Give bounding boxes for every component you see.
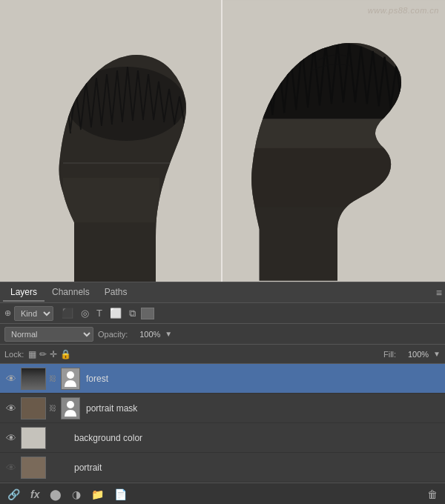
- watermark: www.ps88.com.cn: [368, 6, 439, 15]
- opacity-arrow[interactable]: ▼: [165, 330, 172, 338]
- blend-opacity-row: Normal Opacity: 100% ▼: [0, 324, 445, 345]
- opacity-label: Opacity:: [98, 330, 128, 339]
- adjustment-layer-icon[interactable]: ◑: [69, 487, 84, 502]
- filter-smart-icon[interactable]: ⧉: [127, 307, 138, 320]
- opacity-value[interactable]: 100%: [132, 330, 160, 339]
- lock-row: Lock: ▦ ✏ ✛ 🔒 Fill: 100% ▼: [0, 345, 445, 364]
- layer-thumb-portrait-mask: [21, 397, 46, 420]
- fill-arrow[interactable]: ▼: [433, 350, 441, 358]
- filter-icons: ⬛ ◎ T ⬜ ⧉: [59, 307, 138, 320]
- link-layers-icon[interactable]: 🔗: [4, 487, 23, 502]
- layer-row-portrait[interactable]: 👁 portrait: [0, 453, 445, 483]
- layer-name-portrait-mask: portrait mask: [83, 403, 441, 414]
- image-left: [0, 0, 221, 282]
- layer-row-forest[interactable]: 👁 ⛓ forest: [0, 364, 445, 394]
- layer-thumb-portrait: [21, 457, 46, 479]
- layers-panel: Layers Channels Paths ≡ ⊕ Kind ⬛ ◎ T ⬜ ⧉…: [0, 282, 445, 504]
- delete-layer-icon[interactable]: 🗑: [424, 487, 441, 502]
- lock-padlock-icon[interactable]: 🔒: [60, 349, 71, 359]
- panel-tabs-row: Layers Channels Paths ≡: [0, 282, 445, 303]
- layer-name-forest: forest: [83, 374, 441, 384]
- fx-icon[interactable]: fx: [27, 487, 42, 502]
- visibility-icon-forest[interactable]: 👁: [4, 373, 18, 385]
- filter-shape-icon[interactable]: ⬜: [108, 307, 124, 319]
- layer-thumb-forest: [21, 368, 46, 390]
- layer-name-portrait: portrait: [49, 462, 441, 473]
- tab-layers[interactable]: Layers: [3, 284, 44, 302]
- svg-point-10: [67, 371, 74, 379]
- filter-adjustment-icon[interactable]: ◎: [79, 307, 91, 319]
- layer-mask-portrait-mask: [61, 397, 80, 420]
- lock-icons: ▦ ✏ ✛ 🔒: [28, 349, 71, 359]
- new-group-icon[interactable]: 📁: [88, 487, 107, 502]
- chain-link-forest: ⛓: [49, 374, 56, 382]
- lock-checkerboard-icon[interactable]: ▦: [28, 349, 36, 359]
- tab-channels[interactable]: Channels: [44, 284, 97, 302]
- fill-label: Fill:: [383, 350, 396, 359]
- svg-point-11: [67, 401, 74, 408]
- filter-label: ⊕: [4, 308, 11, 318]
- layer-row-background[interactable]: 👁 background color: [0, 423, 445, 453]
- visibility-icon-background[interactable]: 👁: [4, 432, 18, 444]
- bottom-toolbar: 🔗 fx ⬤ ◑ 📁 📄 🗑: [0, 483, 445, 504]
- layer-thumb-background: [21, 427, 46, 449]
- lock-brush-icon[interactable]: ✏: [39, 349, 47, 359]
- svg-rect-3: [63, 178, 159, 222]
- layer-row-portrait-mask[interactable]: 👁 ⛓ portrait mask: [0, 394, 445, 423]
- tab-paths[interactable]: Paths: [97, 284, 135, 302]
- add-mask-icon[interactable]: ⬤: [47, 487, 65, 502]
- panel-menu-icon[interactable]: ≡: [436, 287, 442, 299]
- filter-toggle[interactable]: [141, 308, 154, 319]
- canvas-area: www.ps88.com.cn: [0, 0, 445, 282]
- filter-type-icon[interactable]: T: [94, 307, 105, 319]
- filter-pixel-icon[interactable]: ⬛: [59, 307, 76, 319]
- kind-select[interactable]: Kind: [14, 306, 53, 321]
- visibility-icon-portrait-mask[interactable]: 👁: [4, 402, 18, 414]
- visibility-icon-portrait[interactable]: 👁: [4, 462, 18, 474]
- image-right: [221, 0, 445, 282]
- new-layer-icon[interactable]: 📄: [111, 487, 130, 502]
- blend-mode-select[interactable]: Normal: [4, 327, 93, 342]
- layer-name-background: background color: [49, 433, 441, 443]
- fill-value[interactable]: 100%: [400, 350, 429, 359]
- lock-label: Lock:: [4, 350, 24, 359]
- filter-row: ⊕ Kind ⬛ ◎ T ⬜ ⧉: [0, 303, 445, 324]
- lock-move-icon[interactable]: ✛: [50, 349, 57, 359]
- chain-link-portrait-mask: ⛓: [49, 404, 56, 412]
- layer-mask-forest: [61, 368, 80, 390]
